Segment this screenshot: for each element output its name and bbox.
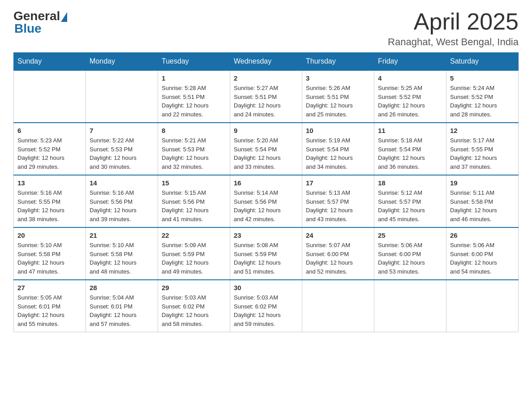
- day-number: 8: [162, 127, 226, 134]
- logo-blue-text: Blue: [14, 21, 42, 36]
- logo: General Blue: [13, 9, 67, 36]
- day-number: 10: [306, 127, 370, 134]
- calendar-week-row: 27Sunrise: 5:05 AMSunset: 6:01 PMDayligh…: [14, 280, 519, 332]
- calendar-header: SundayMondayTuesdayWednesdayThursdayFrid…: [14, 53, 519, 71]
- page-header: General Blue April 2025 Ranaghat, West B…: [13, 9, 519, 48]
- day-info: Sunrise: 5:23 AMSunset: 5:52 PMDaylight:…: [17, 136, 82, 171]
- day-info: Sunrise: 5:27 AMSunset: 5:51 PMDaylight:…: [234, 84, 298, 119]
- calendar-cell: 16Sunrise: 5:14 AMSunset: 5:56 PMDayligh…: [230, 175, 302, 227]
- day-number: 9: [234, 127, 298, 134]
- day-number: 12: [450, 127, 515, 134]
- calendar-cell: 25Sunrise: 5:06 AMSunset: 6:00 PMDayligh…: [374, 227, 446, 280]
- day-info: Sunrise: 5:14 AMSunset: 5:56 PMDaylight:…: [234, 188, 298, 223]
- calendar-body: 1Sunrise: 5:28 AMSunset: 5:51 PMDaylight…: [14, 70, 519, 332]
- day-info: Sunrise: 5:28 AMSunset: 5:51 PMDaylight:…: [162, 84, 226, 119]
- calendar-week-row: 1Sunrise: 5:28 AMSunset: 5:51 PMDaylight…: [14, 70, 519, 123]
- day-number: 28: [90, 284, 154, 291]
- day-number: 18: [378, 179, 442, 187]
- day-number: 1: [162, 74, 226, 82]
- day-number: 2: [234, 74, 298, 82]
- day-number: 4: [378, 74, 442, 82]
- calendar-cell: 14Sunrise: 5:16 AMSunset: 5:56 PMDayligh…: [86, 175, 158, 227]
- calendar-week-row: 20Sunrise: 5:10 AMSunset: 5:58 PMDayligh…: [14, 227, 519, 280]
- calendar-week-row: 6Sunrise: 5:23 AMSunset: 5:52 PMDaylight…: [14, 123, 519, 175]
- calendar-cell: 5Sunrise: 5:24 AMSunset: 5:52 PMDaylight…: [446, 70, 519, 123]
- day-info: Sunrise: 5:26 AMSunset: 5:51 PMDaylight:…: [306, 84, 370, 119]
- day-of-week-header: Saturday: [446, 53, 519, 71]
- day-info: Sunrise: 5:05 AMSunset: 6:01 PMDaylight:…: [17, 293, 82, 328]
- day-info: Sunrise: 5:25 AMSunset: 5:52 PMDaylight:…: [378, 84, 442, 119]
- day-number: 22: [162, 231, 226, 239]
- day-info: Sunrise: 5:06 AMSunset: 6:00 PMDaylight:…: [450, 241, 515, 276]
- day-number: 11: [378, 127, 442, 134]
- day-info: Sunrise: 5:12 AMSunset: 5:57 PMDaylight:…: [378, 188, 442, 223]
- calendar-cell: 2Sunrise: 5:27 AMSunset: 5:51 PMDaylight…: [230, 70, 302, 123]
- calendar-cell: 20Sunrise: 5:10 AMSunset: 5:58 PMDayligh…: [14, 227, 86, 280]
- calendar-cell: [446, 280, 519, 332]
- day-of-week-header: Tuesday: [158, 53, 230, 71]
- calendar-cell: 21Sunrise: 5:10 AMSunset: 5:58 PMDayligh…: [86, 227, 158, 280]
- day-info: Sunrise: 5:22 AMSunset: 5:53 PMDaylight:…: [90, 136, 154, 171]
- title-section: April 2025 Ranaghat, West Bengal, India: [388, 9, 519, 48]
- calendar-cell: 18Sunrise: 5:12 AMSunset: 5:57 PMDayligh…: [374, 175, 446, 227]
- calendar-cell: 17Sunrise: 5:13 AMSunset: 5:57 PMDayligh…: [302, 175, 374, 227]
- day-info: Sunrise: 5:07 AMSunset: 6:00 PMDaylight:…: [306, 241, 370, 276]
- day-number: 6: [17, 127, 82, 134]
- day-number: 29: [162, 284, 226, 291]
- location-title: Ranaghat, West Bengal, India: [388, 36, 519, 48]
- day-info: Sunrise: 5:03 AMSunset: 6:02 PMDaylight:…: [162, 293, 226, 328]
- day-number: 13: [17, 179, 82, 187]
- calendar-cell: 28Sunrise: 5:04 AMSunset: 6:01 PMDayligh…: [86, 280, 158, 332]
- day-info: Sunrise: 5:24 AMSunset: 5:52 PMDaylight:…: [450, 84, 515, 119]
- day-number: 24: [306, 231, 370, 239]
- day-info: Sunrise: 5:06 AMSunset: 6:00 PMDaylight:…: [378, 241, 442, 276]
- calendar-cell: [14, 70, 86, 123]
- day-info: Sunrise: 5:10 AMSunset: 5:58 PMDaylight:…: [90, 241, 154, 276]
- header-row: SundayMondayTuesdayWednesdayThursdayFrid…: [14, 53, 519, 71]
- day-number: 26: [450, 231, 515, 239]
- day-number: 30: [234, 284, 298, 291]
- calendar-cell: 27Sunrise: 5:05 AMSunset: 6:01 PMDayligh…: [14, 280, 86, 332]
- day-info: Sunrise: 5:13 AMSunset: 5:57 PMDaylight:…: [306, 188, 370, 223]
- day-number: 7: [90, 127, 154, 134]
- day-of-week-header: Monday: [86, 53, 158, 71]
- calendar-cell: 10Sunrise: 5:19 AMSunset: 5:54 PMDayligh…: [302, 123, 374, 175]
- calendar-cell: 3Sunrise: 5:26 AMSunset: 5:51 PMDaylight…: [302, 70, 374, 123]
- day-number: 21: [90, 231, 154, 239]
- calendar-cell: [374, 280, 446, 332]
- calendar-table: SundayMondayTuesdayWednesdayThursdayFrid…: [13, 52, 519, 332]
- day-info: Sunrise: 5:10 AMSunset: 5:58 PMDaylight:…: [17, 241, 82, 276]
- day-of-week-header: Friday: [374, 53, 446, 71]
- day-info: Sunrise: 5:19 AMSunset: 5:54 PMDaylight:…: [306, 136, 370, 171]
- calendar-cell: 1Sunrise: 5:28 AMSunset: 5:51 PMDaylight…: [158, 70, 230, 123]
- day-number: 25: [378, 231, 442, 239]
- day-number: 3: [306, 74, 370, 82]
- calendar-cell: [86, 70, 158, 123]
- calendar-cell: 11Sunrise: 5:18 AMSunset: 5:54 PMDayligh…: [374, 123, 446, 175]
- day-info: Sunrise: 5:08 AMSunset: 5:59 PMDaylight:…: [234, 241, 298, 276]
- calendar-cell: 7Sunrise: 5:22 AMSunset: 5:53 PMDaylight…: [86, 123, 158, 175]
- calendar-cell: 4Sunrise: 5:25 AMSunset: 5:52 PMDaylight…: [374, 70, 446, 123]
- calendar-cell: 9Sunrise: 5:20 AMSunset: 5:54 PMDaylight…: [230, 123, 302, 175]
- month-title: April 2025: [388, 9, 519, 34]
- day-info: Sunrise: 5:20 AMSunset: 5:54 PMDaylight:…: [234, 136, 298, 171]
- day-of-week-header: Sunday: [14, 53, 86, 71]
- calendar-cell: 6Sunrise: 5:23 AMSunset: 5:52 PMDaylight…: [14, 123, 86, 175]
- calendar-week-row: 13Sunrise: 5:16 AMSunset: 5:55 PMDayligh…: [14, 175, 519, 227]
- day-info: Sunrise: 5:03 AMSunset: 6:02 PMDaylight:…: [234, 293, 298, 328]
- day-info: Sunrise: 5:11 AMSunset: 5:58 PMDaylight:…: [450, 188, 515, 223]
- day-info: Sunrise: 5:21 AMSunset: 5:53 PMDaylight:…: [162, 136, 226, 171]
- calendar-cell: 15Sunrise: 5:15 AMSunset: 5:56 PMDayligh…: [158, 175, 230, 227]
- day-of-week-header: Wednesday: [230, 53, 302, 71]
- calendar-cell: 8Sunrise: 5:21 AMSunset: 5:53 PMDaylight…: [158, 123, 230, 175]
- calendar-cell: 29Sunrise: 5:03 AMSunset: 6:02 PMDayligh…: [158, 280, 230, 332]
- day-info: Sunrise: 5:15 AMSunset: 5:56 PMDaylight:…: [162, 188, 226, 223]
- day-info: Sunrise: 5:16 AMSunset: 5:55 PMDaylight:…: [17, 188, 82, 223]
- logo-triangle-icon: [61, 12, 67, 22]
- calendar-cell: 12Sunrise: 5:17 AMSunset: 5:55 PMDayligh…: [446, 123, 519, 175]
- calendar-cell: 26Sunrise: 5:06 AMSunset: 6:00 PMDayligh…: [446, 227, 519, 280]
- calendar-cell: 19Sunrise: 5:11 AMSunset: 5:58 PMDayligh…: [446, 175, 519, 227]
- day-of-week-header: Thursday: [302, 53, 374, 71]
- day-info: Sunrise: 5:09 AMSunset: 5:59 PMDaylight:…: [162, 241, 226, 276]
- day-number: 23: [234, 231, 298, 239]
